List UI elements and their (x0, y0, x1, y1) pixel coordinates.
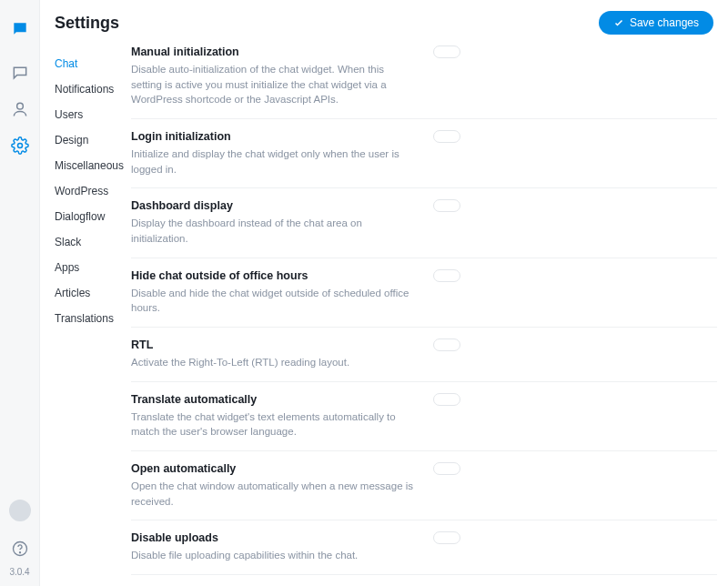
setting-title: Hide chat outside of office hours (131, 269, 415, 282)
setting-row: Dashboard displayDisplay the dashboard i… (131, 187, 717, 257)
setting-row: RTLActivate the Right-To-Left (RTL) read… (131, 327, 717, 381)
icon-rail: 3.0.4 (0, 0, 40, 586)
setting-desc: Initialize and display the chat widget o… (131, 146, 415, 177)
settings-nav-item[interactable]: Slack (55, 229, 131, 255)
help-icon[interactable] (11, 540, 29, 558)
setting-desc: Translate the chat widget's text element… (131, 409, 415, 440)
setting-title: Open automatically (131, 462, 415, 475)
setting-row: Disable uploadsDisable file uploading ca… (131, 520, 717, 574)
settings-nav-item[interactable]: Articles (55, 280, 131, 306)
setting-desc: Display the dashboard instead of the cha… (131, 216, 415, 246)
check-icon (613, 17, 624, 28)
toggle[interactable] (433, 531, 460, 544)
setting-title: Login initialization (131, 130, 415, 143)
toggle[interactable] (433, 393, 460, 406)
setting-row: Login initializationInitialize and displ… (131, 118, 717, 187)
setting-desc: Activate the Right-To-Left (RTL) reading… (131, 355, 415, 370)
settings-nav-item[interactable]: Notifications (55, 76, 131, 102)
settings-nav-item[interactable]: Chat (55, 51, 131, 76)
header: Settings Save changes (40, 0, 728, 42)
version-label: 3.0.4 (9, 567, 29, 577)
settings-nav-item[interactable]: Users (55, 102, 131, 127)
settings-nav-item[interactable]: Translations (55, 306, 131, 331)
page-title: Settings (55, 14, 119, 33)
setting-title: Dashboard display (131, 199, 415, 212)
settings-nav: ChatNotificationsUsersDesignMiscellaneou… (40, 42, 131, 586)
save-button[interactable]: Save changes (599, 11, 713, 35)
settings-nav-item[interactable]: Miscellaneous (55, 153, 131, 178)
setting-row: Translate automaticallyTranslate the cha… (131, 381, 717, 450)
save-button-label: Save changes (630, 16, 699, 29)
settings-nav-item[interactable]: Apps (55, 255, 131, 280)
setting-row: Manual initializationDisable auto-initia… (131, 42, 717, 118)
setting-desc: Open the chat window automatically when … (131, 479, 415, 509)
setting-desc: Disable auto-initialization of the chat … (131, 62, 415, 107)
setting-title: Translate automatically (131, 393, 415, 406)
toggle[interactable] (433, 130, 460, 143)
setting-title: Manual initialization (131, 45, 415, 58)
settings-nav-item[interactable]: WordPress (55, 178, 131, 204)
settings-nav-item[interactable]: Design (55, 127, 131, 153)
toggle[interactable] (433, 45, 460, 58)
setting-title: Disable uploads (131, 531, 415, 544)
setting-row: Hide chat outside of office hoursDisable… (131, 258, 717, 327)
brand-icon[interactable] (11, 20, 29, 38)
setting-row: ArticlesDisplay the articles section in … (131, 574, 717, 586)
toggle[interactable] (433, 269, 460, 282)
setting-row: Open automaticallyOpen the chat window a… (131, 450, 717, 520)
users-icon[interactable] (11, 100, 29, 118)
svg-point-1 (17, 144, 22, 148)
svg-point-3 (19, 552, 20, 553)
setting-desc: Disable and hide the chat widget outside… (131, 286, 415, 316)
toggle[interactable] (433, 462, 460, 475)
setting-title: RTL (131, 338, 415, 351)
settings-nav-item[interactable]: Dialogflow (55, 204, 131, 229)
setting-desc: Disable file uploading capabilities with… (131, 548, 415, 563)
avatar[interactable] (9, 500, 31, 521)
toggle[interactable] (433, 199, 460, 212)
settings-body: Manual initializationDisable auto-initia… (131, 42, 728, 586)
settings-icon[interactable] (11, 136, 29, 155)
toggle[interactable] (433, 338, 460, 351)
conversations-icon[interactable] (11, 64, 29, 82)
svg-point-0 (16, 103, 23, 109)
